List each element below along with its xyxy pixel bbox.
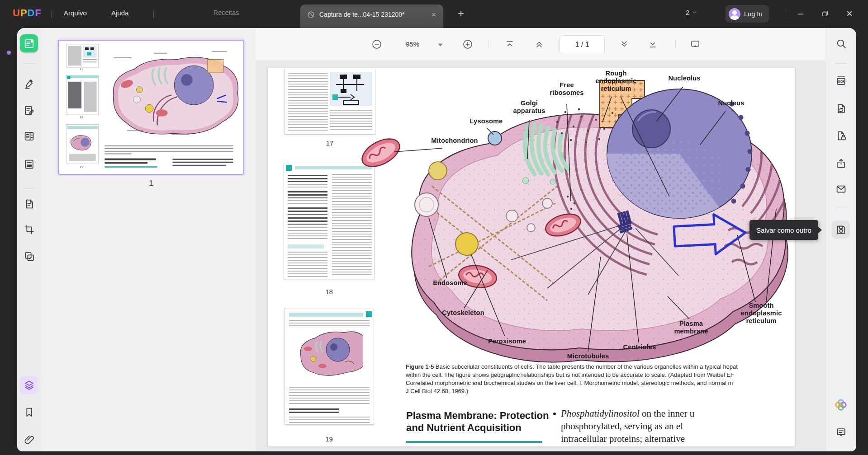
zoom-dropdown-caret[interactable] [433,38,447,52]
bullet-line3: intracellular proteins; alternative [561,433,685,444]
micro-label-17: 17 [66,67,97,71]
mini-cell-figure [291,328,363,382]
search-button[interactable] [832,34,850,52]
reader-mode-button[interactable] [20,34,38,52]
organize-pages-button[interactable] [20,127,38,145]
attachments-button[interactable] [20,431,38,449]
feedback-button[interactable] [832,423,850,441]
ai-assistant-button[interactable] [832,396,850,414]
watermark-button[interactable] [20,247,38,265]
presentation-mode-button[interactable] [688,37,702,52]
heading-underline [406,441,542,443]
crop-icon [24,224,35,235]
section-heading-line2: and Nutrient Acquisition [406,422,522,433]
login-label: Log In [744,10,762,18]
page-number-input[interactable]: 1 / 1 [560,35,605,54]
zoom-level-value[interactable]: 95% [396,40,429,48]
divider [153,9,154,19]
first-page-icon [504,39,515,50]
menu-arquivo[interactable]: Arquivo [64,9,87,17]
crop-button[interactable] [20,220,38,238]
bullet-line2: phosphorylated, serving as an el [561,421,683,432]
micro-label-19: 19 [66,165,97,169]
bullet-line1: on the inner u [640,408,694,419]
divider [51,9,52,19]
section-heading-line1: Plasma Membrane: Protection [406,410,549,421]
label-smooth-er: Smooth endoplasmic reticulum [739,302,784,325]
comment-tool-button[interactable] [20,75,38,93]
right-tool-rail [825,28,856,451]
label-plasma-membrane: Plasma membrane [671,320,711,335]
share-button[interactable] [832,154,850,172]
label-rough-er: Rough endoplasmic reticulum [591,70,641,93]
protect-button[interactable] [832,127,850,145]
comment-bubble-icon [835,427,847,438]
divider [23,188,35,189]
page-thumbnail-1[interactable]: 17 18 19 [58,40,244,175]
section-heading: Plasma Membrane: Protection and Nutrient… [406,409,549,434]
window-restore-button[interactable] [816,5,834,22]
zoom-out-icon [371,39,382,50]
fill-sign-button[interactable] [20,195,38,213]
last-page-icon [647,39,658,50]
tab-close-icon[interactable]: × [430,10,438,19]
label-free-ribosomes: Free ribosomes [549,81,585,97]
page1-thumbnail-preview [60,42,242,173]
label-golgi: Golgi apparatus [510,99,549,115]
save-floppy-icon [835,224,847,235]
updf-app-window: UPDF Arquivo Ajuda Receitas Captura de t… [0,0,868,455]
window-minimize-button[interactable]: – [792,5,810,22]
menu-ajuda[interactable]: Ajuda [111,9,128,17]
tab-count-dropdown[interactable]: 2 [686,9,697,16]
first-page-button[interactable] [503,37,517,52]
zoom-out-button[interactable] [370,37,384,52]
label-mitochondrion: Mitochondrion [426,137,483,145]
login-button[interactable]: Log In [726,5,769,23]
bullet-text: Phosphatidylinositol on the inner u phos… [561,407,795,445]
label-endosome: Endosome [430,279,470,287]
updf-logo: UPDF [13,7,42,19]
cell-diagram-art [353,68,795,366]
save-as-tooltip: Salvar como outro [749,220,818,240]
svg-text:OCR: OCR [837,80,844,83]
cell-figure: Rough endoplasmic reticulum Free ribosom… [353,68,795,366]
redact-button[interactable] [20,155,38,173]
micro-label-18: 18 [66,115,97,119]
edit-pdf-button[interactable] [20,101,38,119]
ocr-button[interactable]: OCR [832,71,850,89]
previous-page-button[interactable] [532,37,546,52]
new-tab-button[interactable]: + [458,7,464,20]
chevrons-down-icon [619,39,630,50]
zoom-in-icon [462,39,473,50]
paperclip-icon [24,434,35,446]
save-as-button[interactable] [832,220,850,239]
search-icon [835,38,847,49]
chevron-down-icon [692,9,697,15]
layers-panel-button[interactable] [20,376,38,394]
figure-caption-line3: Correlated morphometric and biochemical … [406,380,733,386]
email-button[interactable] [832,180,850,198]
last-page-button[interactable] [645,37,660,52]
restore-icon [821,9,829,18]
figure-caption-line1: Basic subcellular constituents of cells.… [434,363,738,370]
zoom-in-button[interactable] [460,37,475,52]
tab-active-captura[interactable]: Captura de te...04-15 231200* × [300,5,443,28]
label-peroxisome: Peroxisome [484,338,530,345]
label-nucleus: Nucleus [714,99,748,107]
tab-receitas[interactable]: Receitas [194,9,258,16]
figure-caption: Figure 1-5 Basic subcellular constituent… [406,363,795,395]
bookmarks-button[interactable] [20,403,38,421]
watermark-pages-icon [24,251,35,262]
next-page-button[interactable] [617,37,631,52]
window-close-button[interactable]: × [840,5,859,22]
presentation-icon [690,39,701,50]
divider [786,9,786,19]
divider [489,39,489,48]
label-cytoskeleton: Cytoskeleton [437,309,489,317]
content-area: 95% 1 / 1 OCR [17,28,856,451]
capture-icon [307,10,315,19]
convert-button[interactable] [832,99,850,117]
divider [835,63,847,64]
layers-icon [24,380,35,391]
document-lock-icon [835,130,847,141]
